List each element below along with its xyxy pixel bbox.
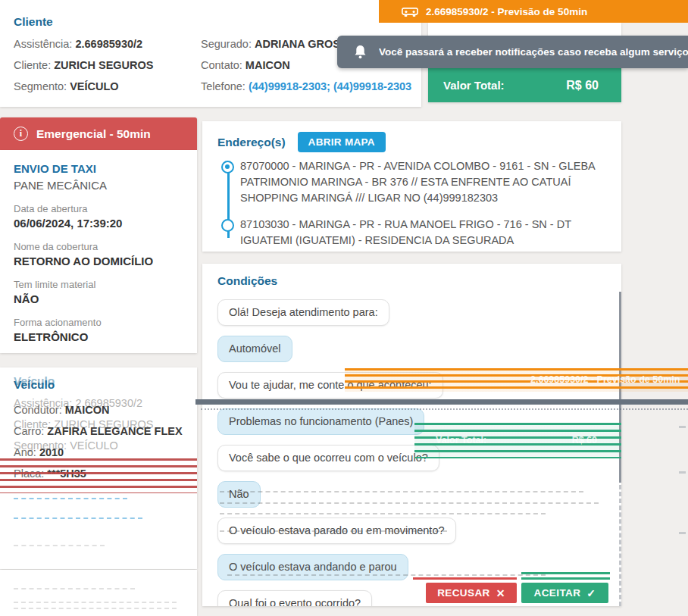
service-details-card: ENVIO DE TAXI PANE MECÂNICA Data de aber… (0, 150, 197, 353)
vehicle-title-text: Veículo (14, 378, 55, 392)
telefone-link[interactable]: (44)99918-2303; (44)99918-2303 (249, 80, 411, 92)
check-icon: ✓ (586, 587, 596, 599)
client-fields-column: Assistência: 2.66985930/2 Cliente: ZURIC… (14, 33, 154, 97)
screen-tear-edge-dash (679, 426, 686, 428)
toast-text: Você passará a receber notificações caso… (379, 46, 688, 58)
service-banner-text: 2.66985930/2 - Previsão de 50min (426, 6, 587, 17)
bell-icon (354, 45, 367, 59)
addresses-title: Endereço(s) (217, 136, 286, 149)
vertical-scrollbar[interactable] (619, 292, 621, 483)
screen-tear-ghost-line (14, 608, 177, 609)
chat-bubble-answer: Automóvel (217, 336, 292, 362)
origin-marker-icon (221, 161, 234, 174)
x-icon: ✕ (496, 587, 505, 599)
emergency-header: i Emergencial - 50min (0, 117, 197, 150)
segmento-row: Segmento: VEÍCULO (14, 76, 154, 97)
destination-address-text: 87103030 - MARINGA - PR - RUA MANOEL FRI… (240, 217, 606, 249)
screen-tear-ghost-line (14, 545, 105, 546)
assistencia-value: 2.66985930/2 (75, 38, 142, 50)
service-title: ENVIO DE TAXI (14, 162, 183, 175)
accept-button-label: ACEITAR (534, 587, 581, 599)
address-timeline: 87070000 - MARINGA - PR - AVENIDA COLOMB… (217, 158, 606, 249)
service-field: Data de abertura 06/06/2024, 17:39:20 (14, 202, 183, 231)
bottom-left-card (0, 570, 197, 616)
vertical-scrollbar-ghost (619, 485, 621, 606)
screen-tear-ghost-line (14, 588, 135, 589)
service-field: Forma acionamento ELETRÔNICO (14, 316, 183, 345)
segmento-value: VEÍCULO (70, 80, 118, 92)
service-field: Nome da cobertura RETORNO AO DOMICÍLIO (14, 240, 183, 269)
chat-bubble-question: Olá! Deseja atendimento para: (217, 299, 389, 326)
cliente-value: ZURICH SEGUROS (54, 59, 153, 71)
screen-tear-ghost-line (14, 602, 177, 603)
conditions-card: Condições Olá! Deseja atendimento para: … (202, 264, 621, 606)
notification-toast: Você passará a receber notificações caso… (337, 36, 688, 68)
field-label: Data de abertura (14, 202, 183, 215)
ano-value: 2010 (39, 446, 64, 458)
telefone-row: Telefone: (44)99918-2303; (44)99918-2303 (201, 76, 411, 97)
cliente-row: Cliente: ZURICH SEGUROS (14, 55, 154, 76)
chat-bubble-question: Você sabe o que ocorreu com o veículo? (217, 445, 439, 471)
accept-button[interactable]: ACEITAR ✓ (521, 583, 608, 603)
refuse-button[interactable]: RECUSAR ✕ (426, 583, 517, 603)
field-label: Tem limite material (14, 278, 183, 291)
destination-marker-icon (221, 219, 234, 232)
contato-value: MAICON (245, 59, 290, 71)
addresses-card: Endereço(s) ABRIR MAPA 87070000 - MARING… (202, 121, 621, 252)
chat-bubble-answer: Problemas no funcionamento (Panes) (217, 408, 424, 435)
valor-total-box: Valor Total: R$ 60 (428, 68, 621, 102)
screen-tear-ghost-line (14, 518, 142, 519)
condutor-label: Condutor: (14, 404, 62, 416)
chat-bubble-question: O veículo estava parado ou em movimento? (217, 518, 456, 544)
vehicle-card: Veículo Veículo Assistência: 2.66985930/… (0, 367, 197, 569)
chat-bubble-question: Qual foi o evento ocorrido? (217, 590, 372, 606)
destination-address-item: 87103030 - MARINGA - PR - RUA MANOEL FRI… (217, 217, 606, 249)
client-section-title: Cliente (14, 15, 53, 29)
service-subtitle: PANE MECÂNICA (14, 179, 183, 192)
assistance-service-page: Cliente Assistência: 2.66985930/2 Client… (0, 0, 688, 616)
service-field: Tem limite material NÃO (14, 278, 183, 307)
origin-address-item: 87070000 - MARINGA - PR - AVENIDA COLOMB… (217, 158, 606, 206)
assistencia-label: Assistência: (14, 38, 72, 50)
car-icon (402, 5, 418, 17)
conditions-title: Condições (217, 274, 606, 288)
segmento-label: Segmento: (14, 80, 67, 92)
chat-bubble-question: Vou te ajudar, me conte o que aconteceu: (217, 372, 443, 399)
service-notification-banner[interactable]: 2.66985930/2 - Previsão de 50min (379, 0, 688, 23)
cliente-label: Cliente: (14, 59, 51, 71)
valor-total-value: R$ 60 (566, 79, 599, 92)
chat-bubble-answer: Não (217, 481, 261, 508)
contato-label: Contato: (201, 59, 242, 71)
open-map-button[interactable]: ABRIR MAPA (298, 132, 386, 152)
field-label: Forma acionamento (14, 316, 183, 329)
placa-row: Placa: ***5H35 (14, 467, 183, 489)
screen-tear-ghost-line (14, 498, 127, 499)
emergency-header-text: Emergencial - 50min (36, 127, 151, 141)
ano-row: Segmento: VEÍCULO Ano: 2010 (14, 446, 183, 467)
refuse-button-label: RECUSAR (437, 587, 490, 599)
carro-value: ZAFIRA ELEGANCE FLEX (47, 425, 182, 437)
field-value: RETORNO AO DOMICÍLIO (14, 253, 183, 269)
screen-tear-edge-dash (679, 471, 686, 474)
origin-address-text: 87070000 - MARINGA - PR - AVENIDA COLOMB… (240, 158, 606, 206)
field-label: Nome da cobertura (14, 240, 183, 253)
condutor-value: MAICON (65, 404, 110, 416)
ano-label: Ano: (14, 446, 36, 458)
carro-label: Carro: (14, 425, 44, 437)
field-value: NÃO (14, 291, 183, 307)
field-value: 06/06/2024, 17:39:20 (14, 215, 183, 231)
chat-bubble-answer: O veículo estava andando e parou (217, 554, 408, 580)
telefone-label: Telefone: (201, 80, 245, 92)
field-value: ELETRÔNICO (14, 329, 183, 345)
vehicle-section-title: Veículo Veículo (14, 378, 183, 395)
segurado-label: Segurado: (201, 38, 252, 50)
placa-value: ***5H35 (47, 467, 86, 480)
assistencia-row: Assistência: 2.66985930/2 (14, 33, 154, 55)
addresses-header: Endereço(s) ABRIR MAPA (217, 132, 606, 152)
valor-total-label: Valor Total: (443, 79, 505, 92)
screen-tear-edge-dash (679, 532, 686, 534)
info-icon: i (14, 127, 28, 141)
placa-label: Placa: (14, 467, 44, 480)
